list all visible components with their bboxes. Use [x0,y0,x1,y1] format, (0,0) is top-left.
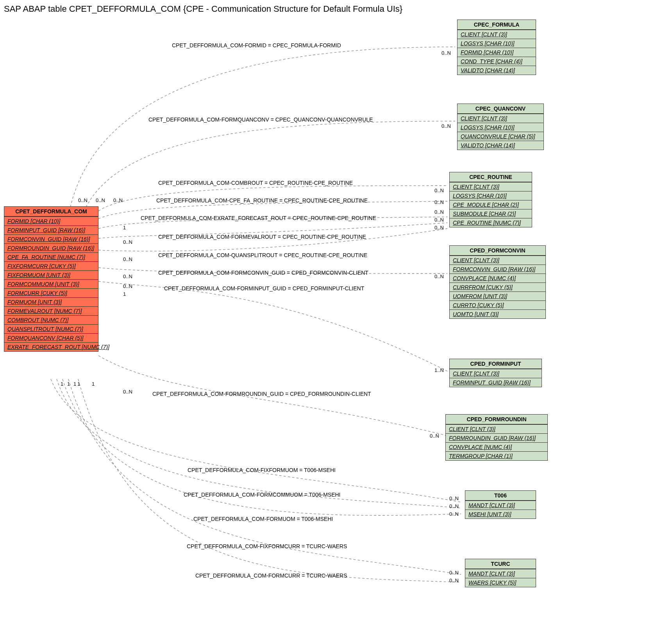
card-label: 1 [92,381,95,387]
ref-table-t006: T006MANDT [CLNT (3)]MSEHI [UNIT (3)] [465,490,536,519]
rel-label: CPET_DEFFORMULA_COM-FIXFORMCURR = TCURC-… [187,543,347,549]
rel-label: CPET_DEFFORMULA_COM-FORMCOMMUOM = T006-M… [184,492,341,498]
table-field: FORMID [CHAR (10)] [458,48,536,57]
table-field: CLIENT [CLNT (3)] [446,424,547,433]
rel-label: CPET_DEFFORMULA_COM-FORMINPUT_GUID = CPE… [164,285,364,291]
table-field: MSEHI [UNIT (3)] [465,510,536,519]
table-field: CPE_MODULE [CHAR (2)] [450,200,532,209]
table-field: FORMCOMMUOM [UNIT (3)] [4,279,98,288]
rel-label: CPET_DEFFORMULA_COM-FORMCONVIN_GUID = CP… [158,270,368,276]
ref-table-cped-forminput: CPED_FORMINPUTCLIENT [CLNT (3)]FORMINPUT… [449,359,542,387]
ref-table-cped-formconvin: CPED_FORMCONVINCLIENT [CLNT (3)]FORMCONV… [449,245,546,319]
card-label: 0..N [449,495,459,501]
table-field: VALIDTO [CHAR (14)] [458,141,543,150]
table-field: COND_TYPE [CHAR (4)] [458,57,536,66]
table-field: FORMQUANCONV [CHAR (5)] [4,333,98,342]
table-field: FORMEVALROUT [NUMC (7)] [4,306,98,315]
card-label: 1 [77,381,80,387]
card-label: 0..N [434,188,444,193]
table-field: CLIENT [CLNT (3)] [450,256,545,265]
card-label: 1 [67,381,70,387]
ref-table-cpec-formula: CPEC_FORMULACLIENT [CLNT (3)]LOGSYS [CHA… [457,20,536,75]
rel-label: CPET_DEFFORMULA_COM-FIXFORMUOM = T006-MS… [188,467,336,473]
card-label: 1..N [434,367,444,373]
main-table-header: CPET_DEFFORMULA_COM [4,207,98,216]
table-field: FORMROUNDIN_GUID [RAW (16)] [446,433,547,442]
main-table: CPET_DEFFORMULA_COM FORMID [CHAR (10)]FO… [4,206,98,352]
card-label: 0..N [123,239,132,245]
table-field: LOGSYS [CHAR (10)] [450,191,532,200]
card-label: 0..N [434,199,444,205]
card-label: 0..N [449,578,459,583]
rel-label: CPET_DEFFORMULA_COM-FORMROUNDIN_GUID = C… [152,391,371,397]
ref-table-tcurc: TCURCMANDT [CLNT (3)]WAERS [CUKY (5)] [465,559,536,587]
card-label: 1 [123,225,126,231]
rel-label: CPET_DEFFORMULA_COM-EXRATE_FORECAST_ROUT… [141,215,376,221]
table-field: LOGSYS [CHAR (10)] [458,123,543,132]
table-field: CURRTO [CUKY (5)] [450,300,545,309]
table-field: UOMTO [UNIT (3)] [450,309,545,318]
table-field: FIXFORMUOM [UNIT (3)] [4,270,98,279]
table-field: FIXFORMCURR [CUKY (5)] [4,261,98,270]
card-label: 0..N [434,225,444,231]
table-field: COMBROUT [NUMC (7)] [4,315,98,324]
card-label: 0..N [441,50,451,56]
card-label: 0..N [123,389,132,395]
table-field: FORMUOM [UNIT (3)] [4,297,98,306]
card-label: 0..N [441,123,451,129]
table-field: UOMFROM [UNIT (3)] [450,291,545,300]
table-field: CLIENT [CLNT (3)] [450,369,542,378]
card-label: 0..N [434,274,444,279]
table-field: WAERS [CUKY (5)] [465,578,536,587]
rel-label: CPET_DEFFORMULA_COM-COMBROUT = CPEC_ROUT… [158,180,353,186]
card-label: 1 [123,291,126,297]
card-label: 0..N [78,197,88,203]
rel-label: CPET_DEFFORMULA_COM-QUANSPLITROUT = CPEC… [158,252,367,258]
table-field: CPE_FA_ROUTINE [NUMC (7)] [4,252,98,261]
table-field: FORMINPUT_GUID [RAW (16)] [4,225,98,234]
card-label: 0..N [123,256,132,262]
table-field: FORMCURR [CUKY (5)] [4,288,98,297]
card-label: 1 [61,381,63,387]
table-field: CURRFROM [CUKY (5)] [450,283,545,291]
card-label: 0..N [123,274,132,279]
card-label: 0..N [434,209,444,215]
table-field: TERMGROUP [CHAR (1)] [446,451,547,460]
table-field: CONVPLACE [NUMC (4)] [446,442,547,451]
card-label: 0..N [449,570,459,576]
table-field: CLIENT [CLNT (3)] [458,30,536,39]
table-field: FORMCONVIN_GUID [RAW (16)] [4,234,98,243]
card-label: 0..N [123,283,132,289]
ref-table-cpec-quanconv: CPEC_QUANCONVCLIENT [CLNT (3)]LOGSYS [CH… [457,104,544,150]
table-field: SUBMODULE [CHAR (2)] [450,209,532,218]
table-field: MANDT [CLNT (3)] [465,501,536,510]
card-label: 0..N [430,433,439,439]
rel-label: CPET_DEFFORMULA_COM-FORMEVALROUT = CPEC_… [158,234,366,240]
ref-table-cped-formroundin: CPED_FORMROUNDINCLIENT [CLNT (3)]FORMROU… [445,414,548,461]
table-field: LOGSYS [CHAR (10)] [458,39,536,48]
table-field: FORMCONVIN_GUID [RAW (16)] [450,265,545,274]
table-field: FORMINPUT_GUID [RAW (16)] [450,378,542,387]
table-field: FORMROUNDIN_GUID [RAW (16)] [4,243,98,252]
card-label: 1 [73,381,76,387]
rel-label: CPET_DEFFORMULA_COM-FORMCURR = TCURC-WAE… [195,572,347,579]
table-field: CPE_ROUTINE [NUMC (7)] [450,218,532,227]
rel-label: CPET_DEFFORMULA_COM-FORMUOM = T006-MSEHI [193,516,333,522]
card-label: 0..N [449,503,459,509]
table-field: FORMID [CHAR (10)] [4,216,98,225]
er-diagram-canvas: SAP ABAP table CPET_DEFFORMULA_COM {CPE … [0,0,672,642]
table-field: QUANSPLITROUT [NUMC (7)] [4,324,98,333]
rel-label: CPET_DEFFORMULA_COM-FORMQUANCONV = CPEC_… [148,116,373,123]
rel-label: CPET_DEFFORMULA_COM-CPE_FA_ROUTINE = CPE… [156,197,368,204]
card-label: 0..N [449,511,459,517]
card-label: 0..N [96,197,105,203]
table-field: CLIENT [CLNT (3)] [458,114,543,123]
table-field: CLIENT [CLNT (3)] [450,182,532,191]
table-field: EXRATE_FORECAST_ROUT [NUMC (7)] [4,342,98,351]
rel-label: CPET_DEFFORMULA_COM-FORMID = CPEC_FORMUL… [172,42,341,48]
card-label: 0..N [113,197,123,203]
card-label: 0..N [434,217,444,223]
table-field: QUANCONVRULE [CHAR (5)] [458,132,543,141]
table-field: MANDT [CLNT (3)] [465,569,536,578]
table-field: VALIDTO [CHAR (14)] [458,66,536,75]
